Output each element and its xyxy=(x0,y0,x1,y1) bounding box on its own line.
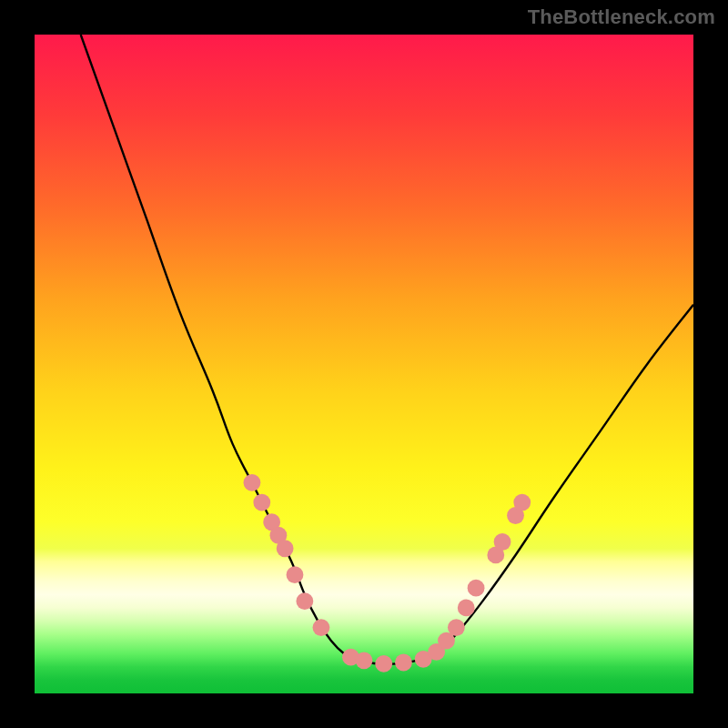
data-point xyxy=(296,592,313,610)
data-point xyxy=(356,652,373,669)
data-point xyxy=(375,655,392,672)
data-point xyxy=(513,494,531,511)
data-point xyxy=(313,619,330,636)
data-point xyxy=(287,566,304,583)
data-point xyxy=(253,494,270,511)
data-point xyxy=(395,654,412,672)
data-point xyxy=(468,580,485,597)
data-point xyxy=(277,540,294,557)
chart-container: TheBottleneck.com xyxy=(0,0,728,728)
data-point xyxy=(494,533,511,551)
bottleneck-curve xyxy=(81,35,693,664)
data-point xyxy=(448,619,465,636)
plot-area xyxy=(35,35,693,693)
data-point xyxy=(458,599,475,616)
curve-layer xyxy=(35,35,693,693)
data-point xyxy=(244,474,261,491)
attribution-label: TheBottleneck.com xyxy=(528,5,715,29)
